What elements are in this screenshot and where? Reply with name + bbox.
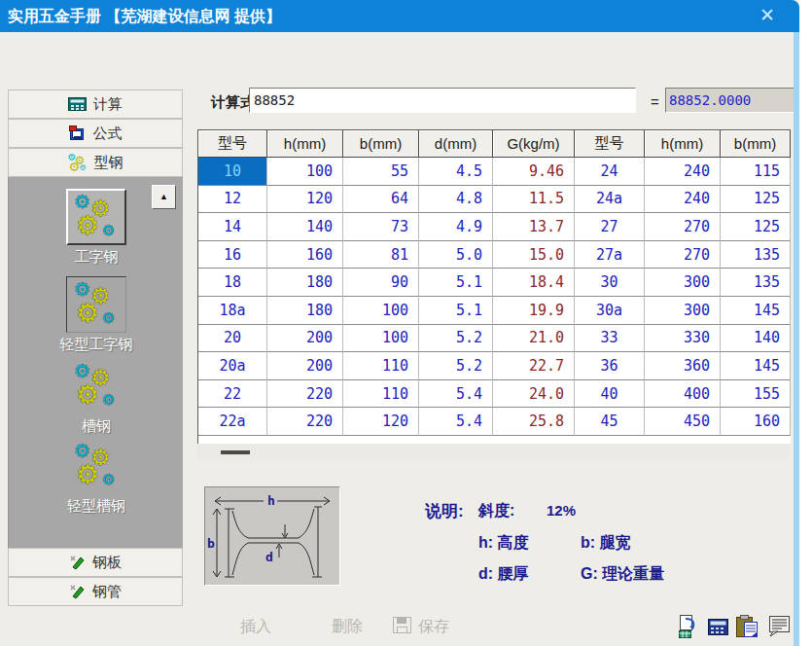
- table-cell-r5-c4[interactable]: 19.9: [493, 297, 575, 325]
- table-cell-r2-c2[interactable]: 73: [343, 213, 419, 241]
- table-cell-r3-c0[interactable]: 16: [198, 241, 267, 269]
- table-cell-r5-c6[interactable]: 300: [645, 297, 721, 325]
- table-cell-r7-c7[interactable]: 145: [721, 352, 791, 380]
- table-cell-r1-c4[interactable]: 11.5: [493, 186, 575, 214]
- sidebar-item-steel-pipe[interactable]: 钢管: [8, 577, 183, 606]
- close-icon[interactable]: ✕: [749, 0, 786, 32]
- shape-item-3[interactable]: ⚙⚙⚙⚙轻型槽钢: [9, 438, 184, 516]
- table-cell-r6-c2[interactable]: 100: [343, 325, 419, 353]
- table-cell-r7-c6[interactable]: 360: [645, 352, 721, 380]
- table-cell-r4-c7[interactable]: 135: [721, 269, 791, 297]
- sidebar-item-section-steel[interactable]: ⚙⚙⚙⚙ 型钢: [8, 148, 183, 177]
- table-cell-r7-c4[interactable]: 22.7: [493, 352, 575, 380]
- table-cell-r4-c5[interactable]: 30: [575, 269, 645, 297]
- notes-icon[interactable]: [767, 614, 793, 639]
- table-cell-r6-c6[interactable]: 330: [645, 325, 721, 353]
- table-cell-r9-c1[interactable]: 220: [267, 408, 343, 436]
- table-cell-r8-c6[interactable]: 400: [645, 380, 721, 409]
- table-cell-r0-c6[interactable]: 240: [645, 158, 721, 186]
- table-cell-r2-c6[interactable]: 270: [645, 213, 721, 241]
- table-cell-r5-c0[interactable]: 18a: [198, 297, 267, 325]
- table-cell-r0-c7[interactable]: 115: [721, 158, 791, 186]
- table-cell-r2-c7[interactable]: 125: [721, 213, 791, 241]
- table-cell-r3-c1[interactable]: 160: [267, 241, 343, 269]
- paste-icon[interactable]: [735, 614, 760, 639]
- table-cell-r6-c3[interactable]: 5.2: [419, 325, 493, 353]
- shape-item-1[interactable]: ⚙⚙⚙⚙轻型工字钢: [9, 276, 184, 354]
- table-cell-r5-c5[interactable]: 30a: [575, 297, 645, 325]
- save-button[interactable]: 保存: [418, 617, 449, 637]
- table-cell-r0-c2[interactable]: 55: [343, 158, 419, 186]
- table-cell-r6-c7[interactable]: 140: [721, 325, 791, 353]
- table-cell-r0-c4[interactable]: 9.46: [493, 158, 575, 186]
- table-cell-r7-c2[interactable]: 110: [343, 352, 419, 380]
- table-cell-r0-c5[interactable]: 24: [575, 158, 645, 186]
- table-cell-r5-c7[interactable]: 145: [721, 297, 791, 325]
- table-cell-r4-c4[interactable]: 18.4: [493, 269, 575, 297]
- table-cell-r1-c7[interactable]: 125: [721, 186, 791, 214]
- table-cell-r3-c2[interactable]: 81: [343, 241, 419, 269]
- table-cell-r0-c0[interactable]: 10: [198, 158, 267, 186]
- table-cell-r2-c4[interactable]: 13.7: [493, 213, 575, 241]
- table-cell-r4-c0[interactable]: 18: [198, 269, 267, 297]
- table-cell-r0-c3[interactable]: 4.5: [419, 158, 493, 186]
- table-cell-r2-c0[interactable]: 14: [198, 213, 267, 241]
- table-cell-r4-c2[interactable]: 90: [343, 269, 419, 297]
- table-cell-r2-c1[interactable]: 140: [267, 213, 343, 241]
- table-cell-r3-c5[interactable]: 27a: [575, 241, 645, 269]
- table-cell-r8-c1[interactable]: 220: [267, 380, 343, 409]
- table-cell-r0-c1[interactable]: 100: [267, 158, 343, 186]
- table-cell-r6-c0[interactable]: 20: [198, 325, 267, 353]
- table-cell-r3-c7[interactable]: 135: [721, 241, 791, 269]
- shape-item-0[interactable]: ⚙⚙⚙⚙工字钢: [9, 189, 184, 267]
- export-table-icon[interactable]: [678, 614, 703, 639]
- table-cell-r8-c0[interactable]: 22: [198, 380, 267, 409]
- table-cell-r5-c1[interactable]: 180: [267, 297, 343, 325]
- calculator-icon[interactable]: [707, 614, 732, 639]
- table-cell-r8-c4[interactable]: 24.0: [493, 380, 575, 409]
- table-cell-r1-c5[interactable]: 24a: [575, 186, 645, 214]
- column-header-1[interactable]: h(mm): [267, 130, 343, 158]
- table-cell-r9-c6[interactable]: 450: [645, 408, 721, 436]
- scrollbar-thumb[interactable]: [221, 450, 250, 454]
- sidebar-item-steel-plate[interactable]: 钢板: [8, 548, 183, 577]
- insert-button[interactable]: 插入: [240, 617, 271, 637]
- shape-item-2[interactable]: ⚙⚙⚙⚙槽钢: [9, 358, 184, 436]
- delete-button[interactable]: 删除: [332, 617, 363, 637]
- table-cell-r9-c2[interactable]: 120: [343, 408, 419, 436]
- table-cell-r6-c5[interactable]: 33: [575, 325, 645, 353]
- table-cell-r8-c2[interactable]: 110: [343, 380, 419, 409]
- column-header-5[interactable]: 型号: [575, 130, 645, 158]
- table-cell-r9-c7[interactable]: 160: [721, 408, 791, 436]
- table-cell-r3-c4[interactable]: 15.0: [493, 241, 575, 269]
- table-cell-r6-c4[interactable]: 21.0: [493, 325, 575, 353]
- column-header-2[interactable]: b(mm): [343, 130, 419, 158]
- table-cell-r7-c0[interactable]: 20a: [198, 352, 267, 380]
- table-cell-r7-c3[interactable]: 5.2: [419, 352, 493, 380]
- table-cell-r9-c4[interactable]: 25.8: [493, 408, 575, 436]
- table-cell-r4-c6[interactable]: 300: [645, 269, 721, 297]
- sidebar-item-calculate[interactable]: 计算: [8, 90, 183, 119]
- table-cell-r1-c6[interactable]: 240: [645, 186, 721, 214]
- formula-input[interactable]: [249, 88, 636, 113]
- table-cell-r4-c1[interactable]: 180: [267, 269, 343, 297]
- sidebar-item-formula[interactable]: 公式: [8, 119, 183, 148]
- table-cell-r5-c3[interactable]: 5.1: [419, 297, 493, 325]
- table-cell-r1-c1[interactable]: 120: [267, 186, 343, 214]
- horizontal-scrollbar[interactable]: [197, 444, 790, 460]
- table-cell-r6-c1[interactable]: 200: [267, 325, 343, 353]
- table-cell-r4-c3[interactable]: 5.1: [419, 269, 493, 297]
- table-cell-r7-c5[interactable]: 36: [575, 352, 645, 380]
- table-cell-r8-c7[interactable]: 155: [721, 380, 791, 409]
- column-header-4[interactable]: G(kg/m): [493, 130, 575, 158]
- column-header-6[interactable]: h(mm): [645, 130, 721, 158]
- table-cell-r1-c0[interactable]: 12: [198, 186, 267, 214]
- table-cell-r8-c3[interactable]: 5.4: [419, 380, 493, 409]
- table-cell-r9-c5[interactable]: 45: [575, 408, 645, 436]
- column-header-0[interactable]: 型号: [198, 130, 267, 158]
- table-cell-r2-c5[interactable]: 27: [575, 213, 645, 241]
- table-cell-r1-c2[interactable]: 64: [343, 186, 419, 214]
- column-header-7[interactable]: b(mm): [721, 130, 791, 158]
- table-cell-r3-c3[interactable]: 5.0: [419, 241, 493, 269]
- column-header-3[interactable]: d(mm): [419, 130, 493, 158]
